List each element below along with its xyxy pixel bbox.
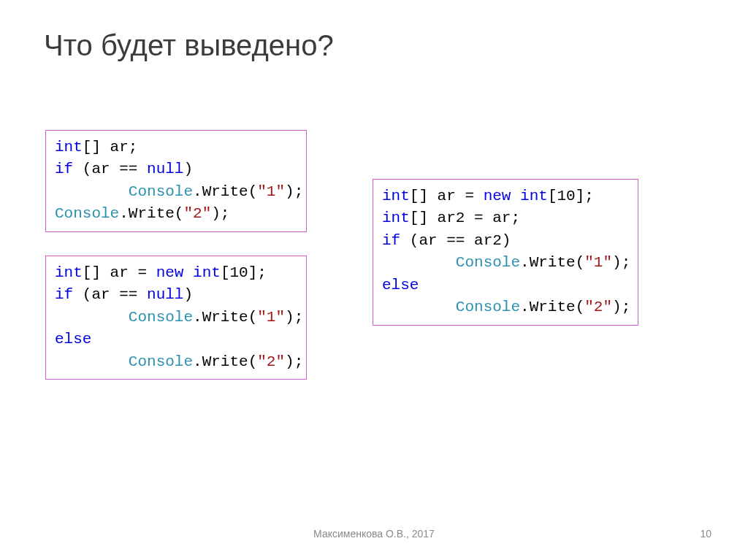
code-block-1: int[] ar; if (ar == null) Console.Write(… xyxy=(45,130,307,232)
footer-text: Максименкова О.В., 2017 xyxy=(0,528,748,540)
code-block-2: int[] ar = new int[10]; if (ar == null) … xyxy=(45,256,307,380)
page-number: 10 xyxy=(700,528,711,540)
code-block-3: int[] ar = new int[10]; int[] ar2 = ar; … xyxy=(373,179,638,326)
slide: Что будет выведено? int[] ar; if (ar == … xyxy=(0,0,748,560)
slide-title: Что будет выведено? xyxy=(44,29,334,62)
